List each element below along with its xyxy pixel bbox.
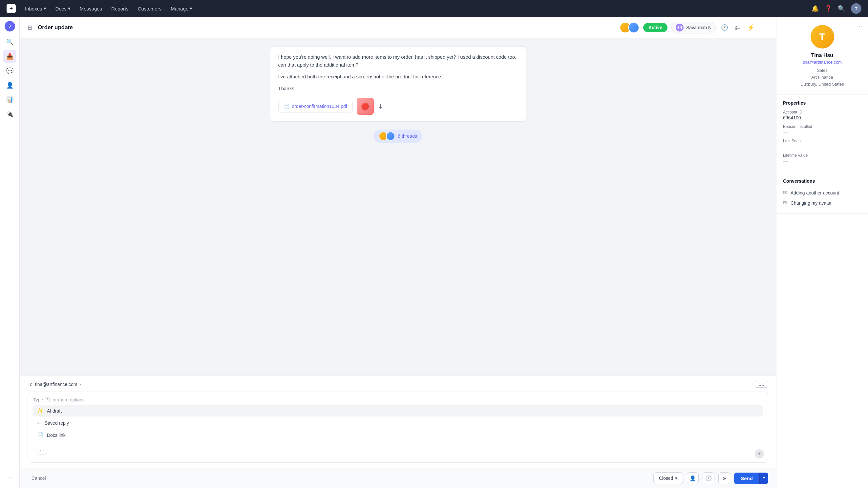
sidebar-icon-reports[interactable]: 📊 (3, 93, 17, 106)
lightning-icon[interactable]: ⚡ (746, 23, 756, 32)
message-line-1: I hope you're doing well. I want to add … (278, 53, 518, 69)
conversations-section: Conversations ✉ Adding another account ✉… (776, 173, 868, 214)
bottom-bar: Cancel Closed ▾ 👤 🕐 ➤ Send ▾ (20, 468, 776, 488)
workspace-avatar[interactable]: J (5, 21, 15, 31)
lifetime-label: Lifetime Value (783, 153, 862, 158)
cancel-button[interactable]: Cancel (28, 473, 50, 483)
user-avatar[interactable]: T (851, 3, 862, 14)
conv-item-changing-avatar[interactable]: ✉ Changing my avatar (783, 198, 862, 208)
message-line-2: I've attached both the receipt and a scr… (278, 73, 518, 81)
saved-reply-icon: ↩ (37, 420, 41, 426)
sidebar-icon-integrations[interactable]: 🔌 (3, 107, 17, 121)
reply-to-email[interactable]: tina@artfinance.com (35, 382, 78, 387)
properties-header: Properties ⋯ (783, 100, 862, 106)
app-logo: ✦ (6, 4, 16, 13)
timer-icon-button[interactable]: 🕐 (703, 472, 714, 484)
send-arrow-icon-button[interactable]: ➤ (718, 472, 730, 484)
more-icon[interactable]: ⋯ (760, 23, 768, 32)
more-options-button[interactable]: ··· (37, 446, 47, 455)
pdf-attachment[interactable]: 📄 order-confirmation1034.pdf (278, 100, 353, 112)
message-area: I hope you're doing well. I want to add … (20, 38, 776, 375)
properties-more-icon[interactable]: ⋯ (856, 100, 862, 106)
image-attachment[interactable]: 🔴 (357, 98, 374, 115)
conversation-title: Order update (38, 24, 614, 31)
assignee-name: Savannah N (686, 25, 711, 30)
beacon-value: — (783, 130, 862, 135)
pdf-filename: order-confirmation1034.pdf (292, 104, 347, 109)
docs-link-label: Docs link (47, 432, 66, 438)
ai-draft-label: AI draft (47, 408, 62, 414)
agent-avatars (620, 22, 639, 33)
contact-profile: ⋯ T Tina Hsu tina@artfinance.com Sales A… (776, 17, 868, 94)
properties-title: Properties (783, 100, 806, 106)
reply-editor[interactable]: Type / for more options ✨ AI draft ↩ Sav… (28, 392, 768, 463)
menu-item-ai-draft[interactable]: ✨ AI draft (33, 405, 763, 417)
send-button[interactable]: Send (734, 473, 760, 484)
last-seen-label: Last Seen (783, 139, 862, 143)
reply-to-arrow: ▾ (80, 382, 82, 387)
send-group: Send ▾ (734, 473, 768, 484)
search-icon[interactable]: 🔍 (838, 5, 845, 12)
threads-count: 6 threads (398, 133, 417, 139)
account-id-value: 6964100 (783, 115, 862, 120)
closed-button[interactable]: Closed ▾ (653, 472, 683, 484)
account-id-label: Account ID (783, 110, 862, 115)
content-area: ⊞ Order update Active SN Savannah N 🕐 🏷 … (20, 17, 776, 488)
agent-avatar-2 (628, 22, 639, 33)
reply-menu: ✨ AI draft ↩ Saved reply 📄 Docs link (33, 402, 763, 444)
contact-avatar: T (811, 25, 834, 48)
nav-customers[interactable]: Customers (138, 5, 162, 13)
menu-item-saved-reply[interactable]: ↩ Saved reply (33, 417, 763, 429)
conv-item-adding-account[interactable]: ✉ Adding another account (783, 188, 862, 198)
message-attachments: 📄 order-confirmation1034.pdf 🔴 ⬇ (278, 98, 518, 115)
sidebar-icon-contacts[interactable]: 👤 (3, 79, 17, 92)
nav-inboxes[interactable]: Inboxes ▾ (25, 4, 46, 13)
contact-name: Tina Hsu (811, 53, 833, 58)
cc-button[interactable]: CC (755, 381, 768, 388)
download-icon[interactable]: ⬇ (378, 102, 383, 110)
sidebar-icon-inbox[interactable]: 📥 (3, 50, 17, 63)
threads-indicator[interactable]: 6 threads (373, 130, 422, 143)
conv-item-icon-1: ✉ (783, 190, 787, 196)
docs-link-icon: 📄 (37, 432, 44, 438)
sidebar-icon-search[interactable]: 🔍 (3, 35, 17, 48)
reply-placeholder: Type / for more options (33, 397, 763, 402)
sidebar-icon-more[interactable]: ⋯ (3, 471, 17, 484)
send-dropdown-button[interactable]: ▾ (760, 473, 768, 484)
nav-docs[interactable]: Docs ▾ (56, 4, 70, 13)
notifications-icon[interactable]: 🔔 (811, 5, 819, 12)
left-sidebar: J 🔍 📥 💬 👤 📊 🔌 ⋯ (0, 17, 20, 488)
slash-hint: / (45, 397, 49, 402)
add-attachment-button[interactable]: + (755, 449, 764, 458)
saved-reply-label: Saved reply (44, 420, 69, 426)
conv-item-label-1: Adding another account (790, 190, 839, 195)
top-nav: ✦ Inboxes ▾ Docs ▾ Messages Reports Cust… (0, 0, 868, 17)
pdf-icon: 📄 (284, 104, 289, 109)
properties-section: Properties ⋯ Account ID 6964100 Beacon I… (776, 94, 868, 173)
nav-messages[interactable]: Messages (80, 5, 102, 13)
nav-reports[interactable]: Reports (111, 5, 129, 13)
closed-label: Closed (659, 476, 673, 481)
nav-manage[interactable]: Manage ▾ (170, 4, 192, 13)
assign-icon-button[interactable]: 👤 (687, 472, 699, 484)
active-badge[interactable]: Active (643, 23, 668, 32)
help-icon[interactable]: ❓ (825, 5, 832, 12)
contact-company: Art Finance (811, 75, 833, 80)
threads-pill[interactable]: 6 threads (373, 130, 422, 143)
lifetime-value: — (783, 158, 862, 164)
last-seen-value: — (783, 144, 862, 149)
assignee-pill[interactable]: SN Savannah N (672, 22, 716, 33)
menu-item-docs-link[interactable]: 📄 Docs link (33, 429, 763, 441)
sidebar-icon-chat[interactable]: 💬 (3, 64, 17, 77)
tag-icon[interactable]: 🏷 (734, 23, 742, 32)
clock-icon[interactable]: 🕐 (720, 23, 730, 32)
contact-email[interactable]: tina@artfinance.com (803, 60, 842, 65)
closed-chevron: ▾ (675, 476, 677, 481)
conv-item-label-2: Changing my avatar (790, 200, 832, 206)
panel-toggle-icon[interactable]: ⊞ (28, 24, 32, 31)
threads-avatars (379, 131, 395, 141)
profile-more-icon[interactable]: ⋯ (857, 22, 863, 30)
img-emoji: 🔴 (361, 102, 369, 110)
beacon-label: Beacon Installed (783, 124, 862, 129)
contact-meta: Sales Art Finance Duxbury, United States (800, 67, 844, 88)
